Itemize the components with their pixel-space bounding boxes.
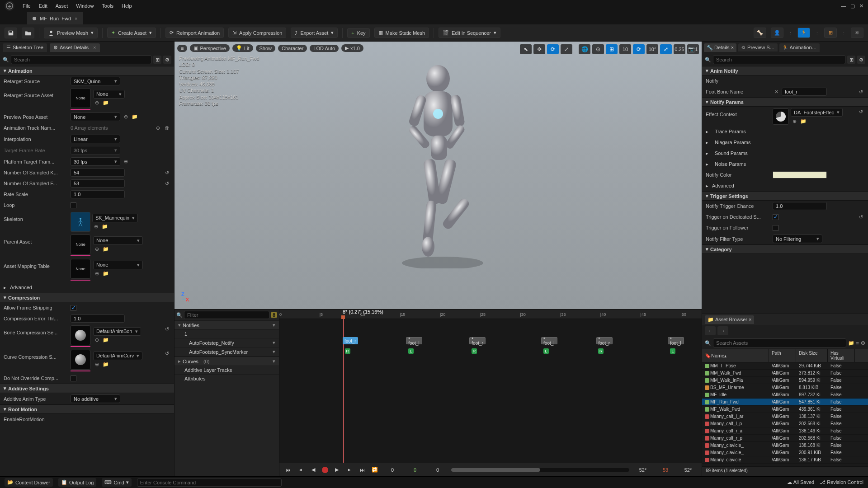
asset-search-input[interactable] [713, 338, 846, 347]
skeletal-mesh-mode-button[interactable]: 👤 [771, 28, 783, 38]
sampled-keys-input[interactable] [71, 169, 125, 177]
tab-mf-run-fwd[interactable]: MF_Run_Fwd × [27, 12, 83, 24]
advanced-toggle[interactable]: ▸Advanced [0, 282, 174, 293]
notify-marker[interactable]: • foot_r [469, 337, 486, 344]
use-selected-icon[interactable]: ⊕ [92, 223, 99, 230]
track-filter-input[interactable] [184, 311, 269, 319]
asset-thumbnail[interactable] [773, 108, 789, 125]
table-row[interactable]: BS_MF_Unarme/All/Gam8.813 KiBFalse [702, 384, 868, 391]
tab-animation[interactable]: 🏃Animation… [779, 43, 820, 52]
viewport-options-button[interactable]: ≡ [177, 45, 187, 52]
effect-context-dropdown[interactable]: DA_FootstepEffec▾ [791, 108, 843, 117]
menu-help[interactable]: Help [122, 3, 132, 9]
notify-marker[interactable]: • foot_l [668, 337, 684, 344]
curve-compression-dropdown[interactable]: DefaultAnimCurv▾ [93, 352, 142, 360]
tab-asset-browser[interactable]: 📁Asset Browser× [705, 315, 754, 324]
grid-snap-value[interactable]: 10 [619, 44, 631, 54]
track-auto-footstep-sync[interactable]: AutoFootstep_SyncMarker▾ [175, 347, 279, 357]
world-local-toggle[interactable]: 🌐 [579, 44, 590, 54]
notify-marker[interactable]: • foot_l [406, 337, 422, 344]
category-compression[interactable]: ▾Compression [0, 293, 174, 302]
sync-marker[interactable]: L [408, 348, 414, 354]
col-name[interactable]: 🔖Name ▴ [702, 349, 769, 362]
table-row[interactable]: Manny_calf_l_ar/All/Gam138.137 KiFalse [702, 413, 868, 420]
compression-error-input[interactable] [71, 314, 125, 323]
advanced-toggle[interactable]: ▸Advanced [702, 180, 868, 191]
table-row[interactable]: MF_Run_Fwd/All/Gam547.851 KiFalse [702, 399, 868, 406]
skeleton-dropdown[interactable]: SK_Mannequin▾ [92, 214, 138, 222]
table-row[interactable]: Manny_calf_r_p/All/Gam202.568 KiFalse [702, 435, 868, 442]
lit-button[interactable]: 💡Lit [232, 44, 253, 52]
step-fwd-button[interactable]: ▸ [345, 466, 354, 474]
track-1[interactable]: 1 [175, 330, 279, 338]
category-notify-params[interactable]: ▾Notify Params [702, 97, 868, 107]
add-element-icon[interactable]: ⊕ [154, 124, 161, 131]
notify-marker[interactable]: foot_r [343, 337, 358, 344]
play-reverse-button[interactable]: ◀ [309, 466, 317, 474]
key-button[interactable]: +Key [347, 28, 369, 38]
browse-to-icon[interactable]: 📁 [102, 99, 109, 107]
use-selected-icon[interactable]: ⊕ [93, 246, 100, 253]
noise-params-toggle[interactable]: ▸Noise Params [702, 159, 868, 169]
notify-marker[interactable]: • foot_r [596, 337, 613, 344]
make-static-mesh-button[interactable]: ▦Make Static Mesh [374, 28, 429, 38]
scale-snap-toggle[interactable]: ⤢ [660, 44, 672, 54]
close-tab-icon[interactable]: × [93, 45, 96, 50]
tab-details[interactable]: 🔧Details× [704, 43, 736, 52]
rate-scale-input[interactable] [71, 190, 125, 198]
rotate-tool-icon[interactable]: ⟳ [547, 44, 559, 54]
category-trigger-settings[interactable]: ▾Trigger Settings [702, 191, 868, 201]
table-row[interactable]: Manny_clavicle_/All/Gam138.168 KiFalse [702, 442, 868, 449]
reset-icon[interactable]: ↺ [857, 108, 864, 115]
sync-marker[interactable]: R [598, 348, 604, 354]
create-asset-button[interactable]: ✦Create Asset▾ [107, 28, 156, 38]
record-button[interactable] [322, 467, 328, 473]
save-folder-icon[interactable]: 📁 [848, 340, 854, 346]
niagara-params-toggle[interactable]: ▸Niagara Params [702, 137, 868, 148]
scrub-bar[interactable] [451, 468, 629, 472]
category-additive[interactable]: ▾Additive Settings [0, 384, 174, 393]
play-button[interactable]: ▶ [333, 466, 341, 474]
preview-mesh-button[interactable]: Preview Mesh▾ [44, 28, 98, 38]
anim-blueprint-mode-button[interactable]: ⊞ [824, 28, 837, 38]
clear-array-icon[interactable]: 🗑 [163, 124, 170, 131]
scale-snap-value[interactable]: 0.25 [674, 44, 685, 54]
filter-type-dropdown[interactable]: No Filtering▾ [773, 235, 822, 243]
reset-icon[interactable]: ↺ [857, 88, 864, 95]
category-anim-notify[interactable]: ▾Anim Notify [702, 66, 868, 75]
target-framerate-dropdown[interactable]: 30 fps▾ [71, 146, 120, 155]
use-selected-icon[interactable]: ⊕ [93, 270, 100, 277]
unreal-logo-icon[interactable] [5, 1, 14, 11]
all-saved-status[interactable]: ☁ All Saved [787, 479, 814, 485]
console-input[interactable] [137, 479, 282, 487]
nav-forward-button[interactable]: → [717, 326, 728, 335]
col-virtual[interactable]: Has Virtuali [828, 349, 855, 362]
table-row[interactable]: Manny_calf_l_p/All/Gam202.568 KiFalse [702, 420, 868, 427]
tab-skeleton-tree[interactable]: ☰Skeleton Tree [3, 43, 47, 52]
details-search-input[interactable] [713, 55, 845, 64]
sync-marker[interactable]: L [543, 348, 549, 354]
trace-params-toggle[interactable]: ▸Trace Params [702, 126, 868, 137]
browse-to-icon[interactable]: 📁 [102, 361, 109, 368]
table-row[interactable]: Manny_clavicle_/All/Gam138.17 KiBFalse [702, 456, 868, 464]
skeleton-mode-button[interactable]: 🦴 [754, 28, 766, 38]
skip-end-button[interactable]: ⏭ [358, 466, 366, 474]
select-tool-icon[interactable]: ⬉ [520, 44, 532, 54]
track-additive-layers[interactable]: Additive Layer Tracks [175, 366, 279, 375]
viewport[interactable]: ≡ ▣Perspective 💡Lit Show Character LOD A… [175, 42, 702, 309]
loop-button[interactable]: 🔁 [371, 466, 379, 474]
skip-start-button[interactable]: ⏮ [284, 466, 292, 474]
retarget-source-dropdown[interactable]: SKM_Quinn▾ [71, 77, 120, 85]
track-attributes[interactable]: Attributes [175, 375, 279, 383]
col-disk-size[interactable]: Disk Size [796, 349, 828, 362]
table-row[interactable]: MF_Walk_Fwd/All/Gam439.361 KiFalse [702, 406, 868, 413]
interpolation-dropdown[interactable]: Linear▾ [71, 135, 120, 143]
close-icon[interactable]: ✕ [859, 3, 863, 9]
maximize-icon[interactable]: ▢ [850, 3, 855, 9]
grid-view-icon[interactable]: ⊞ [847, 56, 855, 64]
step-back-button[interactable]: ◂ [297, 466, 305, 474]
table-row[interactable]: Manny_clavicle_/All/Gam200.91 KiBFalse [702, 449, 868, 456]
play-speed-button[interactable]: ▶x1.0 [341, 44, 363, 52]
nav-back-button[interactable]: ← [705, 326, 716, 335]
asset-thumbnail[interactable]: None [71, 88, 90, 108]
